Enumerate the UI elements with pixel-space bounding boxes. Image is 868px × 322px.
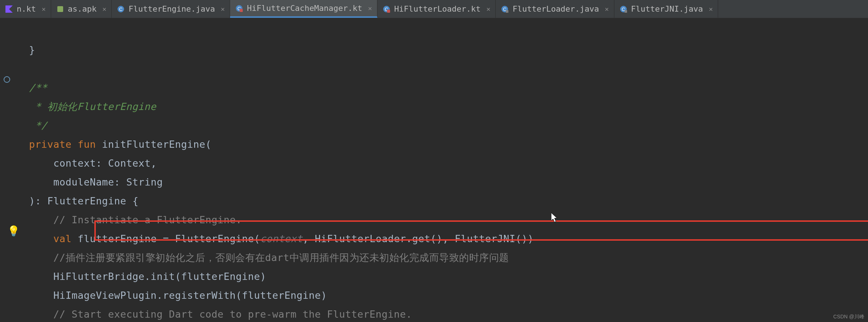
comment: //插件注册要紧跟引擎初始化之后，否则会有在dart中调用插件因为还未初始化完成… <box>53 252 509 263</box>
constructor: FlutterEngine <box>175 233 254 244</box>
comment: // Start executing Dart code to pre-warm… <box>53 309 412 320</box>
tab-label: FlutterLoader.java <box>512 4 599 13</box>
close-icon[interactable]: ✕ <box>102 5 106 13</box>
method-name: initFlutterEngine <box>102 139 205 150</box>
close-icon[interactable]: ✕ <box>709 5 713 13</box>
arg-loader: HiFlutterLoader.get() <box>315 233 443 244</box>
paren: ( <box>205 139 212 150</box>
code-text: } <box>29 44 35 56</box>
svg-rect-1 <box>57 6 63 12</box>
kotlin-class-icon: C <box>382 5 390 13</box>
tab-label: FlutterEngine.java <box>128 4 215 13</box>
param-type: String <box>126 176 163 188</box>
param-name: moduleName <box>53 176 114 188</box>
variable-name: flutterEngine <box>78 233 157 244</box>
tab-item[interactable]: C HiFlutterLoader.kt ✕ <box>377 0 496 18</box>
code-editor[interactable]: } /** * 初始化FlutterEngine */ private fun … <box>22 18 541 322</box>
close-icon[interactable]: ✕ <box>605 5 609 13</box>
arg-context: context <box>260 233 303 244</box>
kotlin-icon <box>5 5 13 13</box>
code-line: HiFlutterBridge.init(flutterEngine) <box>53 271 266 282</box>
gutter: 💡 <box>0 18 22 322</box>
tab-item[interactable]: C FlutterLoader.java ✕ <box>496 0 614 18</box>
java-class-icon: C <box>117 5 125 13</box>
close-icon[interactable]: ✕ <box>487 5 491 13</box>
java-class-icon: C <box>619 5 627 13</box>
keyword-val: val <box>53 233 71 244</box>
comment: // Instantiate a FlutterEngine. <box>53 214 242 225</box>
svg-rect-12 <box>506 10 508 13</box>
param-type: Context <box>108 158 151 169</box>
tab-label: n.kt <box>17 4 36 13</box>
tab-item[interactable]: as.apk ✕ <box>51 0 112 18</box>
tab-label: as.apk <box>68 4 97 13</box>
svg-marker-0 <box>5 5 13 13</box>
tab-item[interactable]: C FlutterEngine.java ✕ <box>112 0 230 18</box>
keyword-private: private <box>29 139 71 150</box>
param-name: context <box>53 158 96 169</box>
keyword-fun: fun <box>78 139 96 150</box>
return-type: FlutterEngine <box>47 195 126 207</box>
override-marker-icon[interactable] <box>4 76 10 83</box>
tab-item-active[interactable]: C HiFlutterCacheManager.kt ✕ <box>230 0 377 18</box>
svg-text:C: C <box>119 7 122 12</box>
watermark: CSDN @川峰 <box>833 314 864 320</box>
tab-item[interactable]: n.kt ✕ <box>0 0 51 18</box>
brace: { <box>132 195 139 207</box>
tab-item[interactable]: C FlutterJNI.java ✕ <box>614 0 718 18</box>
tab-label: FlutterJNI.java <box>631 4 703 13</box>
close-icon[interactable]: ✕ <box>42 5 46 13</box>
editor-area: 💡 } /** * 初始化FlutterEngine */ private fu… <box>0 18 868 322</box>
java-class-icon: C <box>501 5 509 13</box>
doc-comment: * 初始化FlutterEngine <box>29 101 156 112</box>
equals: = <box>157 233 175 244</box>
code-line: HiImageViewPlugin.registerWith(flutterEn… <box>53 290 327 301</box>
tab-bar: n.kt ✕ as.apk ✕ C FlutterEngine.java ✕ C… <box>0 0 868 18</box>
apk-icon <box>56 5 64 13</box>
tab-label: HiFlutterLoader.kt <box>394 4 480 13</box>
doc-comment: /** <box>29 82 47 93</box>
close-icon[interactable]: ✕ <box>368 4 372 12</box>
kotlin-class-icon: C <box>235 4 243 12</box>
close-icon[interactable]: ✕ <box>221 5 225 13</box>
svg-rect-15 <box>625 10 627 13</box>
intention-bulb-icon[interactable]: 💡 <box>7 225 20 237</box>
doc-comment: */ <box>29 120 47 131</box>
tab-label: HiFlutterCacheManager.kt <box>247 4 362 13</box>
arg-jni: FlutterJNI() <box>455 233 528 244</box>
